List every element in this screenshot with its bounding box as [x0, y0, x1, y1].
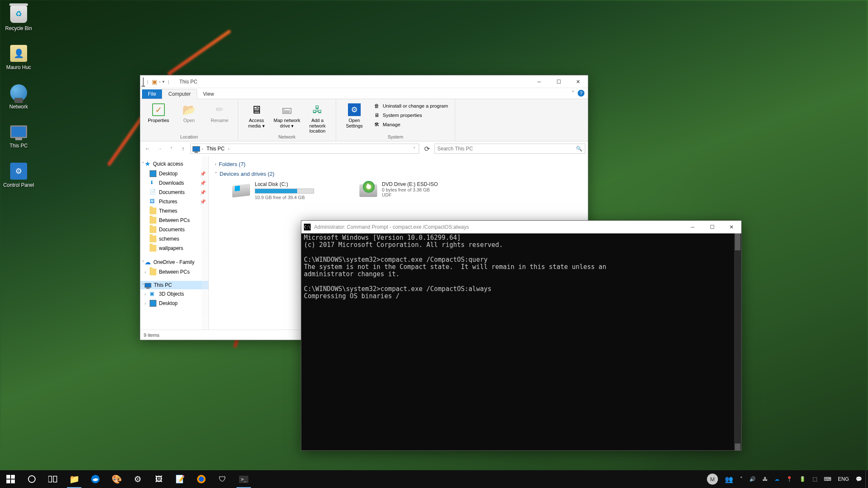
- nav-back-button[interactable]: ←: [143, 144, 152, 153]
- tab-file[interactable]: File: [142, 89, 162, 99]
- navigation-tree[interactable]: ˅★Quick access Desktop📌 ⬇Downloads📌 📄Doc…: [140, 156, 209, 330]
- nav-recent-dropdown[interactable]: ˅: [167, 144, 176, 153]
- drive-dvd-e[interactable]: DVD Drive (E:) ESD-ISO 0 bytes free of 3…: [359, 181, 473, 200]
- taskbar-cmd[interactable]: >_: [233, 470, 254, 488]
- breadcrumb-this-pc[interactable]: This PC: [205, 146, 226, 152]
- taskbar-photos[interactable]: 🖼: [148, 470, 170, 488]
- ribbon-open-button[interactable]: 📂Open: [175, 101, 203, 123]
- tray-battery-icon[interactable]: 🔋: [796, 470, 809, 488]
- ribbon-system-properties-button[interactable]: 🖥System properties: [371, 111, 451, 119]
- cmd-minimize-button[interactable]: ─: [683, 221, 702, 233]
- tree-item-pictures[interactable]: 🖼Pictures📌: [140, 197, 209, 206]
- cmd-titlebar[interactable]: C:\ Administrator: Command Prompt - comp…: [301, 221, 741, 233]
- desktop-icon-recycle-bin[interactable]: Recycle Bin: [3, 4, 35, 31]
- svg-rect-5: [48, 476, 52, 482]
- tree-quick-access[interactable]: ˅★Quick access: [140, 158, 209, 169]
- group-drives[interactable]: ˅Devices and drives (2): [215, 169, 582, 179]
- tab-computer[interactable]: Computer: [162, 89, 197, 99]
- ribbon-manage-button[interactable]: 🛠Manage: [371, 120, 451, 129]
- tree-item-desktop-2[interactable]: ›Desktop: [140, 299, 209, 308]
- tree-item-downloads[interactable]: ⬇Downloads📌: [140, 178, 209, 188]
- taskbar-settings[interactable]: ⚙: [127, 470, 148, 488]
- desktop-icon-user[interactable]: Mauro Huc: [3, 43, 35, 70]
- tree-item-3d-objects[interactable]: ›▣3D Objects: [140, 289, 209, 299]
- qat-computer-icon[interactable]: [143, 78, 144, 86]
- nav-forward-button[interactable]: →: [155, 144, 164, 153]
- start-button[interactable]: [0, 470, 21, 488]
- tray-people[interactable]: 👥: [721, 470, 737, 488]
- taskbar-file-explorer[interactable]: 📁: [64, 470, 85, 488]
- address-dropdown-icon[interactable]: ˅: [413, 147, 417, 151]
- ribbon-access-media-button[interactable]: 🖥Access media ▾: [242, 101, 270, 128]
- cmd-maximize-button[interactable]: ☐: [702, 221, 722, 233]
- tray-location-icon[interactable]: 📍: [783, 470, 796, 488]
- search-input[interactable]: [437, 146, 576, 152]
- ribbon-rename-button[interactable]: ✏Rename: [206, 101, 234, 123]
- desktop-icon: [150, 300, 156, 307]
- tree-item-between-pcs[interactable]: Between PCs: [140, 216, 209, 225]
- tree-item-between-pcs-od[interactable]: ›Between PCs: [140, 267, 209, 277]
- tray-onedrive-icon[interactable]: ☁: [771, 470, 783, 488]
- documents-icon: 📄: [150, 189, 156, 196]
- search-icon[interactable]: 🔍: [576, 146, 582, 152]
- maximize-button[interactable]: ☐: [549, 75, 568, 88]
- tree-item-themes[interactable]: Themes: [140, 206, 209, 216]
- taskbar-defender[interactable]: 🛡: [212, 470, 233, 488]
- svg-rect-3: [11, 480, 15, 483]
- tree-item-schemes[interactable]: schemes: [140, 234, 209, 244]
- tray-volume-icon[interactable]: 🔊: [746, 470, 759, 488]
- ribbon-group-label: Location: [180, 134, 198, 140]
- close-button[interactable]: ✕: [568, 75, 588, 88]
- pin-icon: 📌: [200, 190, 206, 195]
- ribbon-properties-button[interactable]: ✓Properties: [145, 101, 172, 123]
- tray-overflow[interactable]: ˄: [737, 470, 746, 488]
- tree-this-pc[interactable]: ˅This PC: [140, 281, 209, 289]
- group-folders[interactable]: ›Folders (7): [215, 159, 582, 169]
- task-view-button[interactable]: [42, 470, 64, 488]
- folder-icon: [150, 245, 156, 252]
- ribbon-uninstall-button[interactable]: 🗑Uninstall or change a program: [371, 102, 451, 110]
- pin-icon: 📌: [200, 180, 206, 186]
- search-box[interactable]: 🔍: [434, 144, 585, 154]
- ribbon-collapse-icon[interactable]: ˄: [572, 90, 574, 96]
- tray-language[interactable]: ENG: [835, 470, 852, 488]
- cmd-close-button[interactable]: ✕: [722, 221, 741, 233]
- help-icon[interactable]: ?: [578, 90, 584, 97]
- desktop-icon-control-panel[interactable]: Control Panel: [3, 161, 35, 188]
- taskbar-notepad[interactable]: 📝: [170, 470, 191, 488]
- desktop-icon-this-pc[interactable]: This PC: [3, 122, 35, 149]
- nav-up-button[interactable]: ↑: [178, 144, 188, 153]
- tab-view[interactable]: View: [197, 89, 220, 99]
- cmd-scrollbar[interactable]: [734, 233, 741, 450]
- tray-user[interactable]: M: [704, 470, 721, 488]
- tray-action-center[interactable]: 💬: [852, 470, 865, 488]
- cmd-terminal[interactable]: Microsoft Windows [Version 10.0.16299.64…: [301, 233, 741, 450]
- tray-network-icon[interactable]: 🖧: [759, 470, 771, 488]
- folder-icon: [150, 236, 156, 242]
- tree-onedrive[interactable]: ˅☁OneDrive - Family: [140, 257, 209, 267]
- drive-local-c[interactable]: Local Disk (C:) 10.9 GB free of 39.4 GB: [232, 181, 346, 200]
- ribbon-add-location-button[interactable]: 🖧Add a network location: [303, 101, 331, 134]
- explorer-titlebar[interactable]: | ▣ ▫ ▾ | This PC ─ ☐ ✕: [140, 75, 588, 88]
- tree-item-wallpapers[interactable]: wallpapers: [140, 244, 209, 253]
- tray-touchpad-icon[interactable]: ⬚: [809, 470, 821, 488]
- tray-keyboard-icon[interactable]: ⌨: [821, 470, 835, 488]
- tree-item-documents-2[interactable]: Documents: [140, 225, 209, 234]
- tree-item-documents[interactable]: 📄Documents📌: [140, 188, 209, 197]
- qat-new-folder-icon[interactable]: ▫: [159, 79, 161, 85]
- uninstall-icon: 🗑: [373, 103, 380, 109]
- qat-properties-icon[interactable]: ▣: [152, 78, 157, 85]
- taskbar-firefox[interactable]: [191, 470, 212, 488]
- refresh-button[interactable]: ⟳: [422, 144, 432, 154]
- ribbon-map-drive-button[interactable]: 🖴Map network drive ▾: [273, 101, 301, 128]
- taskbar-edge[interactable]: [85, 470, 106, 488]
- taskbar-paint[interactable]: 🎨: [106, 470, 127, 488]
- show-desktop-button[interactable]: [865, 470, 868, 488]
- address-bar[interactable]: › This PC › ˅: [190, 144, 419, 154]
- desktop-icon-network[interactable]: Network: [3, 83, 35, 110]
- qat-customize-icon[interactable]: ▾: [162, 79, 164, 84]
- tree-item-desktop[interactable]: Desktop📌: [140, 169, 209, 178]
- cortana-button[interactable]: [21, 470, 42, 488]
- minimize-button[interactable]: ─: [529, 75, 549, 88]
- ribbon-open-settings-button[interactable]: ⚙Open Settings: [340, 101, 368, 128]
